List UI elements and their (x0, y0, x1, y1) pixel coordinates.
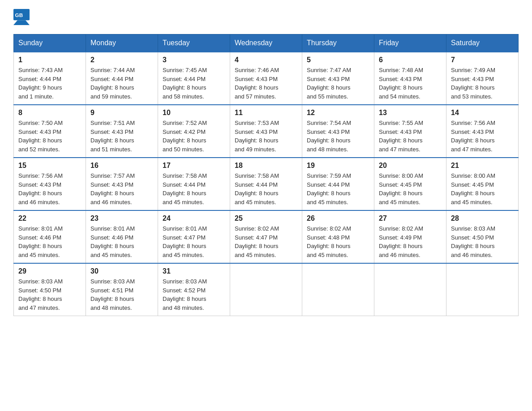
svg-text:GB: GB (15, 12, 23, 18)
weekday-header-friday: Friday (374, 34, 446, 52)
weekday-header-row: SundayMondayTuesdayWednesdayThursdayFrid… (14, 34, 519, 52)
day-number: 20 (379, 162, 442, 170)
calendar-cell: 24Sunrise: 8:01 AMSunset: 4:47 PMDayligh… (158, 210, 230, 263)
day-info: Sunrise: 7:49 AMSunset: 4:43 PMDaylight:… (451, 67, 495, 100)
day-number: 12 (307, 109, 369, 117)
calendar-cell: 5Sunrise: 7:47 AMSunset: 4:43 PMDaylight… (302, 52, 374, 105)
day-number: 23 (90, 214, 153, 223)
weekday-header-tuesday: Tuesday (158, 34, 230, 52)
day-info: Sunrise: 7:54 AMSunset: 4:43 PMDaylight:… (307, 120, 351, 153)
day-info: Sunrise: 8:03 AMSunset: 4:50 PMDaylight:… (451, 225, 495, 258)
calendar-cell: 9Sunrise: 7:51 AMSunset: 4:43 PMDaylight… (86, 105, 158, 158)
day-number: 14 (451, 109, 514, 117)
day-number: 15 (18, 162, 81, 170)
weekday-header-monday: Monday (86, 34, 158, 52)
day-info: Sunrise: 7:45 AMSunset: 4:44 PMDaylight:… (163, 67, 207, 100)
day-number: 22 (18, 214, 81, 223)
calendar-cell (374, 263, 446, 316)
calendar-cell: 3Sunrise: 7:45 AMSunset: 4:44 PMDaylight… (158, 52, 230, 105)
calendar-cell: 25Sunrise: 8:02 AMSunset: 4:47 PMDayligh… (230, 210, 302, 263)
calendar-cell: 29Sunrise: 8:03 AMSunset: 4:50 PMDayligh… (14, 263, 86, 316)
calendar-cell: 8Sunrise: 7:50 AMSunset: 4:43 PMDaylight… (14, 105, 86, 158)
day-info: Sunrise: 7:56 AMSunset: 4:43 PMDaylight:… (18, 172, 63, 206)
day-info: Sunrise: 7:43 AMSunset: 4:44 PMDaylight:… (18, 67, 63, 100)
day-info: Sunrise: 8:00 AMSunset: 4:45 PMDaylight:… (451, 172, 495, 206)
weekday-header-thursday: Thursday (302, 34, 374, 52)
calendar-cell: 7Sunrise: 7:49 AMSunset: 4:43 PMDaylight… (446, 52, 519, 105)
day-number: 31 (163, 267, 225, 275)
calendar-cell: 6Sunrise: 7:48 AMSunset: 4:43 PMDaylight… (374, 52, 446, 105)
page-header: GB (13, 9, 519, 25)
day-number: 28 (451, 214, 514, 223)
calendar-cell: 20Sunrise: 8:00 AMSunset: 4:45 PMDayligh… (374, 158, 446, 210)
day-info: Sunrise: 7:58 AMSunset: 4:44 PMDaylight:… (163, 172, 207, 206)
calendar-cell: 28Sunrise: 8:03 AMSunset: 4:50 PMDayligh… (446, 210, 519, 263)
day-number: 19 (307, 162, 369, 170)
day-info: Sunrise: 7:56 AMSunset: 4:43 PMDaylight:… (451, 120, 495, 153)
day-number: 2 (90, 56, 153, 64)
calendar-cell: 22Sunrise: 8:01 AMSunset: 4:46 PMDayligh… (14, 210, 86, 263)
day-info: Sunrise: 7:53 AMSunset: 4:43 PMDaylight:… (235, 120, 279, 153)
calendar-cell: 31Sunrise: 8:03 AMSunset: 4:52 PMDayligh… (158, 263, 230, 316)
calendar-cell: 10Sunrise: 7:52 AMSunset: 4:42 PMDayligh… (158, 105, 230, 158)
calendar-cell: 18Sunrise: 7:58 AMSunset: 4:44 PMDayligh… (230, 158, 302, 210)
day-number: 1 (18, 56, 81, 64)
calendar-cell (230, 263, 302, 316)
calendar-cell (446, 263, 519, 316)
day-info: Sunrise: 7:57 AMSunset: 4:43 PMDaylight:… (90, 172, 135, 206)
calendar-cell: 21Sunrise: 8:00 AMSunset: 4:45 PMDayligh… (446, 158, 519, 210)
calendar-week-row: 8Sunrise: 7:50 AMSunset: 4:43 PMDaylight… (14, 105, 519, 158)
day-number: 16 (90, 162, 153, 170)
weekday-header-wednesday: Wednesday (230, 34, 302, 52)
day-number: 4 (235, 56, 297, 64)
calendar-cell: 1Sunrise: 7:43 AMSunset: 4:44 PMDaylight… (14, 52, 86, 105)
day-info: Sunrise: 7:52 AMSunset: 4:42 PMDaylight:… (163, 120, 207, 153)
day-info: Sunrise: 7:55 AMSunset: 4:43 PMDaylight:… (379, 120, 423, 153)
day-number: 18 (235, 162, 297, 170)
day-info: Sunrise: 7:51 AMSunset: 4:43 PMDaylight:… (90, 120, 135, 153)
day-info: Sunrise: 8:01 AMSunset: 4:46 PMDaylight:… (90, 225, 135, 258)
day-number: 27 (379, 214, 442, 223)
day-info: Sunrise: 8:01 AMSunset: 4:46 PMDaylight:… (18, 225, 63, 258)
calendar-cell: 15Sunrise: 7:56 AMSunset: 4:43 PMDayligh… (14, 158, 86, 210)
calendar-cell: 26Sunrise: 8:02 AMSunset: 4:48 PMDayligh… (302, 210, 374, 263)
day-info: Sunrise: 7:50 AMSunset: 4:43 PMDaylight:… (18, 120, 63, 153)
calendar-cell: 23Sunrise: 8:01 AMSunset: 4:46 PMDayligh… (86, 210, 158, 263)
day-number: 7 (451, 56, 514, 64)
calendar-cell: 12Sunrise: 7:54 AMSunset: 4:43 PMDayligh… (302, 105, 374, 158)
day-number: 5 (307, 56, 369, 64)
day-number: 9 (90, 109, 153, 117)
calendar-cell: 19Sunrise: 7:59 AMSunset: 4:44 PMDayligh… (302, 158, 374, 210)
calendar-cell: 30Sunrise: 8:03 AMSunset: 4:51 PMDayligh… (86, 263, 158, 316)
logo: GB (13, 9, 31, 25)
day-number: 17 (163, 162, 225, 170)
svg-marker-1 (13, 20, 30, 25)
day-info: Sunrise: 8:03 AMSunset: 4:52 PMDaylight:… (163, 278, 207, 311)
day-number: 8 (18, 109, 81, 117)
day-info: Sunrise: 7:48 AMSunset: 4:43 PMDaylight:… (379, 67, 423, 100)
day-info: Sunrise: 8:02 AMSunset: 4:47 PMDaylight:… (235, 225, 279, 258)
day-number: 3 (163, 56, 225, 64)
calendar-week-row: 22Sunrise: 8:01 AMSunset: 4:46 PMDayligh… (14, 210, 519, 263)
day-number: 6 (379, 56, 442, 64)
day-info: Sunrise: 7:47 AMSunset: 4:43 PMDaylight:… (307, 67, 351, 100)
calendar-cell: 4Sunrise: 7:46 AMSunset: 4:43 PMDaylight… (230, 52, 302, 105)
day-info: Sunrise: 8:02 AMSunset: 4:48 PMDaylight:… (307, 225, 351, 258)
day-number: 21 (451, 162, 514, 170)
calendar-cell: 13Sunrise: 7:55 AMSunset: 4:43 PMDayligh… (374, 105, 446, 158)
day-number: 11 (235, 109, 297, 117)
calendar-table: SundayMondayTuesdayWednesdayThursdayFrid… (13, 34, 519, 316)
calendar-cell: 11Sunrise: 7:53 AMSunset: 4:43 PMDayligh… (230, 105, 302, 158)
day-number: 13 (379, 109, 442, 117)
weekday-header-sunday: Sunday (14, 34, 86, 52)
day-info: Sunrise: 8:03 AMSunset: 4:50 PMDaylight:… (18, 278, 63, 311)
day-info: Sunrise: 8:00 AMSunset: 4:45 PMDaylight:… (379, 172, 423, 206)
day-info: Sunrise: 8:03 AMSunset: 4:51 PMDaylight:… (90, 278, 135, 311)
calendar-week-row: 1Sunrise: 7:43 AMSunset: 4:44 PMDaylight… (14, 52, 519, 105)
day-number: 25 (235, 214, 297, 223)
calendar-cell: 14Sunrise: 7:56 AMSunset: 4:43 PMDayligh… (446, 105, 519, 158)
day-number: 29 (18, 267, 81, 275)
calendar-cell: 27Sunrise: 8:02 AMSunset: 4:49 PMDayligh… (374, 210, 446, 263)
calendar-week-row: 15Sunrise: 7:56 AMSunset: 4:43 PMDayligh… (14, 158, 519, 210)
day-number: 10 (163, 109, 225, 117)
